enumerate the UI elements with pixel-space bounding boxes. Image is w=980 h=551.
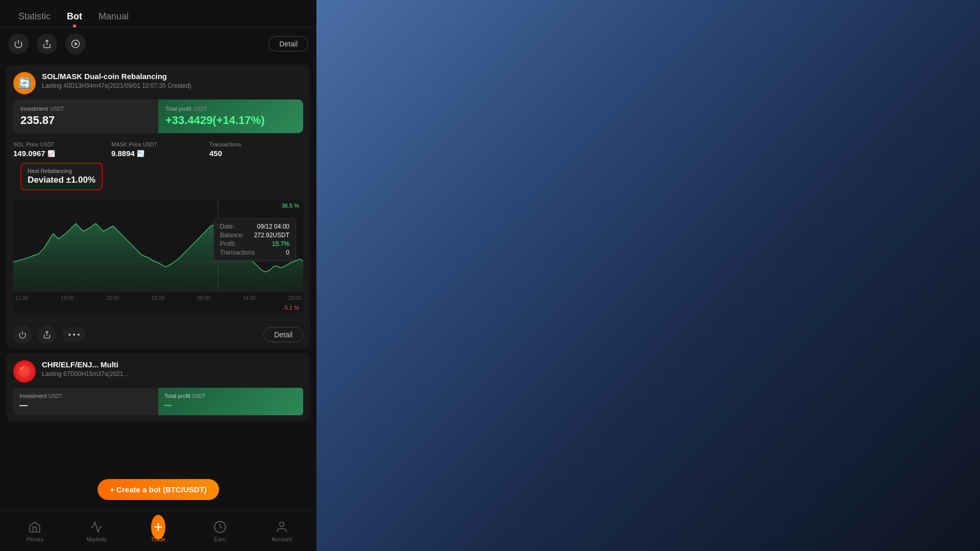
tooltip-profit-row: Profit: 15.7% <box>220 240 289 247</box>
markets-icon <box>89 520 104 534</box>
account-icon <box>275 520 289 534</box>
mask-price-value: 9.8894 📉 <box>111 149 205 158</box>
trade-icon <box>151 520 165 534</box>
stats-row: Investment USDT 235.87 Total profit USDT… <box>13 99 303 133</box>
nav-pionex[interactable]: Pionex <box>4 516 66 546</box>
nav-earn-label: Earn <box>214 536 226 542</box>
bot-avatar: 🔄 <box>13 72 36 94</box>
sol-price-label: SOL Price USDT <box>13 141 107 147</box>
chart-xaxis: 11:00 14:00 20:00 02:00 08:00 14:00 20:0… <box>13 294 303 302</box>
sol-price-item: SOL Price USDT 149.0967 📈 <box>13 141 107 158</box>
card-action-row: • • • Detail <box>6 320 310 349</box>
bot-subtitle: Lasting 40D13H34m47s(2021/09/01 10:07:35… <box>42 82 303 89</box>
chart-tooltip: Date: 09/12 04:00 Balance: 272.92USDT Pr… <box>213 218 296 261</box>
card-detail-btn[interactable]: Detail <box>263 327 303 342</box>
second-bot-card: 🔴 CHR/ELF/ENJ... Multi Lasting 67D00H15m… <box>6 353 310 421</box>
tooltip-balance-row: Balance: 272.92USDT <box>220 232 289 239</box>
transactions-value: 450 <box>209 149 303 158</box>
nav-markets[interactable]: Markets <box>66 516 128 546</box>
tab-statistic[interactable]: Statistic <box>10 6 59 27</box>
second-bot-avatar: 🔴 <box>13 360 36 383</box>
second-bot-title-area: CHR/ELF/ENJ... Multi Lasting 67D00H15m37… <box>42 360 303 378</box>
rebalancing-box: Next Rebalancing Deviated ±1.00% <box>20 163 103 190</box>
nav-trade-label: Trade <box>151 536 165 542</box>
create-bot-button[interactable]: + Create a bot (BTC/USDT) <box>97 479 219 500</box>
tab-bot[interactable]: Bot <box>59 6 90 27</box>
content-area: Detail 🔄 SOL/MASK Dual-coin Rebalancing … <box>0 28 316 551</box>
webcam-panel <box>316 0 980 551</box>
card-more-btn[interactable]: • • • <box>62 328 86 342</box>
card-power-btn[interactable] <box>13 325 32 344</box>
nav-markets-label: Markets <box>87 536 107 542</box>
chart-top-percent: 36.5 % <box>282 203 299 209</box>
second-bot-header: 🔴 CHR/ELF/ENJ... Multi Lasting 67D00H15m… <box>6 353 310 388</box>
tooltip-date-row: Date: 09/12 04:00 <box>220 223 289 230</box>
rebalancing-label: Next Rebalancing <box>28 168 95 174</box>
nav-account-label: Account <box>272 536 292 542</box>
card-share-btn[interactable] <box>38 325 56 344</box>
earn-icon <box>213 520 227 534</box>
bot-title: SOL/MASK Dual-coin Rebalancing <box>42 72 303 81</box>
app-panel: Statistic Bot Manual <box>0 0 316 551</box>
investment-label: Investment USDT <box>20 106 151 112</box>
dollar-icon-btn[interactable] <box>65 34 86 54</box>
webcam-bg <box>316 0 980 551</box>
prev-action-row: Detail <box>0 28 316 61</box>
share-icon-btn[interactable] <box>37 34 57 54</box>
transactions-label: Transactions <box>209 141 303 147</box>
sol-price-value: 149.0967 📈 <box>13 149 107 158</box>
bot-card-header: 🔄 SOL/MASK Dual-coin Rebalancing Lasting… <box>6 65 310 99</box>
mask-price-item: MASK Price USDT 9.8894 📉 <box>111 141 205 158</box>
bottom-nav: Pionex Markets Trade <box>0 510 316 551</box>
svg-point-11 <box>279 522 284 527</box>
nav-trade[interactable]: Trade <box>128 516 189 546</box>
chart-container: 36.5 % <box>13 201 303 313</box>
tooltip-transactions-row: Transactions 0 <box>220 249 289 256</box>
second-bot-subtitle: Lasting 67D00H15m37s(2021... <box>42 370 303 378</box>
nav-account[interactable]: Account <box>251 516 312 546</box>
home-icon <box>28 520 42 534</box>
investment-box: Investment USDT 235.87 <box>13 99 158 133</box>
nav-earn[interactable]: Earn <box>189 516 251 546</box>
second-bot-title: CHR/ELF/ENJ... Multi <box>42 360 303 369</box>
profit-label: Total profit USDT <box>165 106 296 112</box>
nav-pionex-label: Pionex <box>27 536 44 542</box>
rebalancing-value: Deviated ±1.00% <box>28 175 95 185</box>
tab-manual[interactable]: Manual <box>90 6 137 27</box>
profit-box: Total profit USDT +33.4429(+14.17%) <box>158 99 303 133</box>
chart-bottom-percent: -5.1 % <box>283 305 299 311</box>
profit-value: +33.4429(+14.17%) <box>165 114 296 127</box>
investment-value: 235.87 <box>20 114 151 127</box>
tab-bar: Statistic Bot Manual <box>0 0 316 28</box>
price-row: SOL Price USDT 149.0967 📈 MASK Price USD… <box>6 139 310 163</box>
power-icon-btn[interactable] <box>8 34 29 54</box>
mask-price-label: MASK Price USDT <box>111 141 205 147</box>
transactions-item: Transactions 450 <box>209 141 303 158</box>
bot-title-area: SOL/MASK Dual-coin Rebalancing Lasting 4… <box>42 72 303 89</box>
bot-card-main: 🔄 SOL/MASK Dual-coin Rebalancing Lasting… <box>6 65 310 349</box>
detail-button-top[interactable]: Detail <box>268 36 308 52</box>
